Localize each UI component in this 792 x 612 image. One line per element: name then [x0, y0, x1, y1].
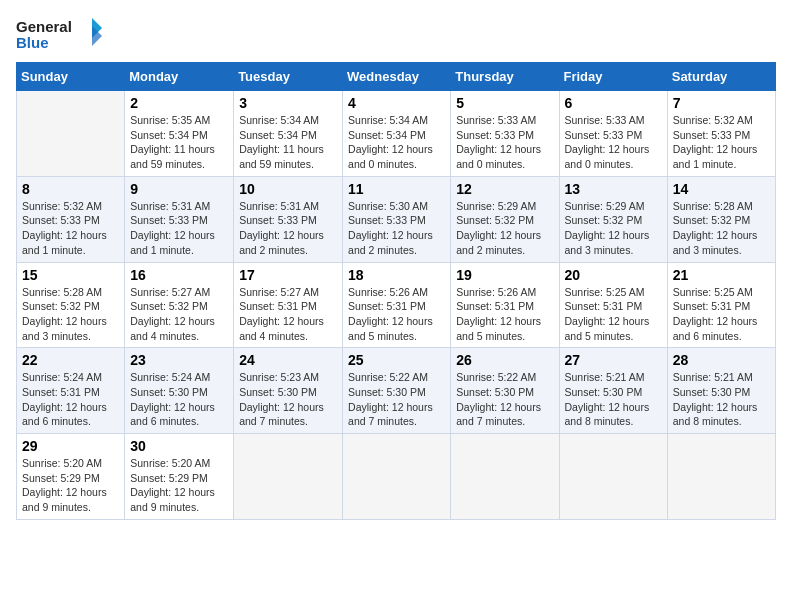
day-info: Sunrise: 5:34 AMSunset: 5:34 PMDaylight:… [239, 113, 337, 172]
day-cell: 12 Sunrise: 5:29 AMSunset: 5:32 PMDaylig… [451, 176, 559, 262]
day-cell: 24 Sunrise: 5:23 AMSunset: 5:30 PMDaylig… [234, 348, 343, 434]
day-info: Sunrise: 5:34 AMSunset: 5:34 PMDaylight:… [348, 113, 445, 172]
day-cell: 7 Sunrise: 5:32 AMSunset: 5:33 PMDayligh… [667, 91, 775, 177]
day-number: 13 [565, 181, 662, 197]
week-row-5: 29 Sunrise: 5:20 AMSunset: 5:29 PMDaylig… [17, 434, 776, 520]
day-cell [343, 434, 451, 520]
day-number: 24 [239, 352, 337, 368]
day-number: 25 [348, 352, 445, 368]
day-number: 20 [565, 267, 662, 283]
day-info: Sunrise: 5:32 AMSunset: 5:33 PMDaylight:… [673, 113, 770, 172]
week-row-2: 8 Sunrise: 5:32 AMSunset: 5:33 PMDayligh… [17, 176, 776, 262]
col-header-wednesday: Wednesday [343, 63, 451, 91]
day-cell: 13 Sunrise: 5:29 AMSunset: 5:32 PMDaylig… [559, 176, 667, 262]
day-cell: 20 Sunrise: 5:25 AMSunset: 5:31 PMDaylig… [559, 262, 667, 348]
day-number: 5 [456, 95, 553, 111]
day-number: 3 [239, 95, 337, 111]
svg-text:Blue: Blue [16, 34, 49, 51]
day-number: 22 [22, 352, 119, 368]
day-cell: 3 Sunrise: 5:34 AMSunset: 5:34 PMDayligh… [234, 91, 343, 177]
day-number: 11 [348, 181, 445, 197]
day-number: 28 [673, 352, 770, 368]
day-info: Sunrise: 5:31 AMSunset: 5:33 PMDaylight:… [130, 199, 228, 258]
day-number: 23 [130, 352, 228, 368]
day-info: Sunrise: 5:32 AMSunset: 5:33 PMDaylight:… [22, 199, 119, 258]
day-cell: 25 Sunrise: 5:22 AMSunset: 5:30 PMDaylig… [343, 348, 451, 434]
day-number: 6 [565, 95, 662, 111]
day-number: 17 [239, 267, 337, 283]
day-cell: 23 Sunrise: 5:24 AMSunset: 5:30 PMDaylig… [125, 348, 234, 434]
day-number: 14 [673, 181, 770, 197]
day-info: Sunrise: 5:28 AMSunset: 5:32 PMDaylight:… [673, 199, 770, 258]
day-cell: 6 Sunrise: 5:33 AMSunset: 5:33 PMDayligh… [559, 91, 667, 177]
day-info: Sunrise: 5:25 AMSunset: 5:31 PMDaylight:… [565, 285, 662, 344]
day-info: Sunrise: 5:26 AMSunset: 5:31 PMDaylight:… [456, 285, 553, 344]
day-number: 16 [130, 267, 228, 283]
day-cell: 18 Sunrise: 5:26 AMSunset: 5:31 PMDaylig… [343, 262, 451, 348]
day-info: Sunrise: 5:26 AMSunset: 5:31 PMDaylight:… [348, 285, 445, 344]
day-cell [667, 434, 775, 520]
day-number: 4 [348, 95, 445, 111]
day-cell: 5 Sunrise: 5:33 AMSunset: 5:33 PMDayligh… [451, 91, 559, 177]
day-info: Sunrise: 5:33 AMSunset: 5:33 PMDaylight:… [565, 113, 662, 172]
day-number: 27 [565, 352, 662, 368]
day-cell: 8 Sunrise: 5:32 AMSunset: 5:33 PMDayligh… [17, 176, 125, 262]
day-info: Sunrise: 5:28 AMSunset: 5:32 PMDaylight:… [22, 285, 119, 344]
day-cell [234, 434, 343, 520]
col-header-monday: Monday [125, 63, 234, 91]
day-cell: 22 Sunrise: 5:24 AMSunset: 5:31 PMDaylig… [17, 348, 125, 434]
day-number: 7 [673, 95, 770, 111]
day-cell: 10 Sunrise: 5:31 AMSunset: 5:33 PMDaylig… [234, 176, 343, 262]
day-info: Sunrise: 5:22 AMSunset: 5:30 PMDaylight:… [456, 370, 553, 429]
day-cell [559, 434, 667, 520]
day-info: Sunrise: 5:30 AMSunset: 5:33 PMDaylight:… [348, 199, 445, 258]
day-cell: 4 Sunrise: 5:34 AMSunset: 5:34 PMDayligh… [343, 91, 451, 177]
col-header-saturday: Saturday [667, 63, 775, 91]
col-header-tuesday: Tuesday [234, 63, 343, 91]
day-info: Sunrise: 5:27 AMSunset: 5:31 PMDaylight:… [239, 285, 337, 344]
day-cell: 26 Sunrise: 5:22 AMSunset: 5:30 PMDaylig… [451, 348, 559, 434]
day-number: 29 [22, 438, 119, 454]
col-header-thursday: Thursday [451, 63, 559, 91]
day-info: Sunrise: 5:23 AMSunset: 5:30 PMDaylight:… [239, 370, 337, 429]
day-cell: 27 Sunrise: 5:21 AMSunset: 5:30 PMDaylig… [559, 348, 667, 434]
day-cell: 17 Sunrise: 5:27 AMSunset: 5:31 PMDaylig… [234, 262, 343, 348]
day-number: 18 [348, 267, 445, 283]
day-info: Sunrise: 5:29 AMSunset: 5:32 PMDaylight:… [456, 199, 553, 258]
day-cell: 11 Sunrise: 5:30 AMSunset: 5:33 PMDaylig… [343, 176, 451, 262]
day-info: Sunrise: 5:33 AMSunset: 5:33 PMDaylight:… [456, 113, 553, 172]
calendar-table: SundayMondayTuesdayWednesdayThursdayFrid… [16, 62, 776, 520]
day-info: Sunrise: 5:31 AMSunset: 5:33 PMDaylight:… [239, 199, 337, 258]
day-info: Sunrise: 5:35 AMSunset: 5:34 PMDaylight:… [130, 113, 228, 172]
day-cell: 19 Sunrise: 5:26 AMSunset: 5:31 PMDaylig… [451, 262, 559, 348]
day-cell: 16 Sunrise: 5:27 AMSunset: 5:32 PMDaylig… [125, 262, 234, 348]
day-info: Sunrise: 5:24 AMSunset: 5:31 PMDaylight:… [22, 370, 119, 429]
day-cell: 14 Sunrise: 5:28 AMSunset: 5:32 PMDaylig… [667, 176, 775, 262]
day-number: 26 [456, 352, 553, 368]
day-info: Sunrise: 5:20 AMSunset: 5:29 PMDaylight:… [22, 456, 119, 515]
calendar-header-row: SundayMondayTuesdayWednesdayThursdayFrid… [17, 63, 776, 91]
day-number: 19 [456, 267, 553, 283]
col-header-sunday: Sunday [17, 63, 125, 91]
day-number: 10 [239, 181, 337, 197]
day-number: 8 [22, 181, 119, 197]
week-row-3: 15 Sunrise: 5:28 AMSunset: 5:32 PMDaylig… [17, 262, 776, 348]
day-cell: 29 Sunrise: 5:20 AMSunset: 5:29 PMDaylig… [17, 434, 125, 520]
page-header: General Blue [16, 16, 776, 52]
day-number: 2 [130, 95, 228, 111]
logo: General Blue [16, 16, 106, 52]
day-info: Sunrise: 5:21 AMSunset: 5:30 PMDaylight:… [565, 370, 662, 429]
day-cell [17, 91, 125, 177]
day-cell: 15 Sunrise: 5:28 AMSunset: 5:32 PMDaylig… [17, 262, 125, 348]
svg-text:General: General [16, 18, 72, 35]
week-row-1: 2 Sunrise: 5:35 AMSunset: 5:34 PMDayligh… [17, 91, 776, 177]
day-info: Sunrise: 5:24 AMSunset: 5:30 PMDaylight:… [130, 370, 228, 429]
day-cell: 21 Sunrise: 5:25 AMSunset: 5:31 PMDaylig… [667, 262, 775, 348]
day-cell: 2 Sunrise: 5:35 AMSunset: 5:34 PMDayligh… [125, 91, 234, 177]
day-info: Sunrise: 5:27 AMSunset: 5:32 PMDaylight:… [130, 285, 228, 344]
day-info: Sunrise: 5:20 AMSunset: 5:29 PMDaylight:… [130, 456, 228, 515]
day-cell [451, 434, 559, 520]
logo-svg: General Blue [16, 16, 106, 52]
day-cell: 30 Sunrise: 5:20 AMSunset: 5:29 PMDaylig… [125, 434, 234, 520]
col-header-friday: Friday [559, 63, 667, 91]
